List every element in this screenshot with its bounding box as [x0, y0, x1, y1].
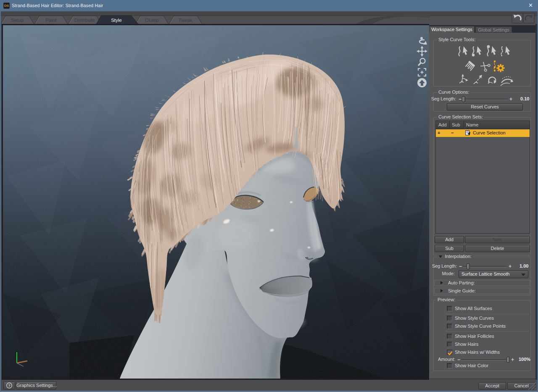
svg-text:Clump: Clump [145, 18, 158, 23]
svg-text:Setup: Setup [11, 18, 24, 23]
svg-text:Paint: Paint [45, 18, 57, 23]
svg-text:Distribute: Distribute [74, 18, 95, 23]
svg-text:?: ? [8, 384, 11, 388]
svg-text:Tweak: Tweak [178, 18, 192, 23]
svg-text:Style: Style [111, 18, 122, 23]
